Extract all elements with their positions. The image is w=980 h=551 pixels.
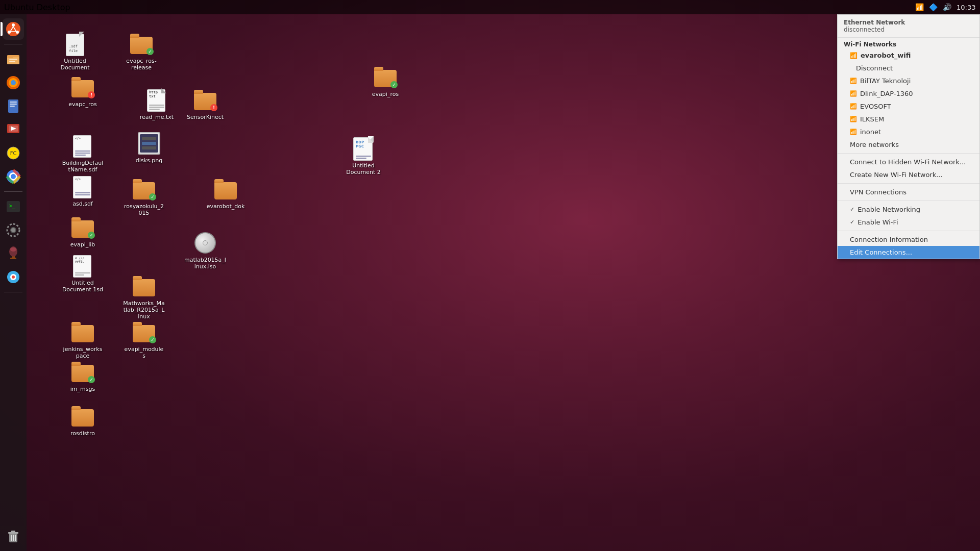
svg-point-34 [12,276,15,279]
launcher-kazam[interactable] [3,266,24,288]
svg-rect-7 [9,59,17,60]
icon-label: evapi_lib [70,241,95,248]
wifi-name-dlink: Dlink_DAP-1360 [860,90,913,97]
wifi-icon[interactable]: 📶 [915,3,924,11]
desktop-icon-untitled-doc1sd[interactable]: # ///##FIL Untitled Document 1sd [60,252,106,295]
launcher-settings[interactable] [3,219,24,241]
launcher-firefox[interactable] [3,72,24,93]
desktop-icon-sensorkinect[interactable]: ! SensorKinect [182,86,228,122]
desktop-icon-untitled-doc2[interactable]: BDPPGC Untitled Document 2 [340,134,386,178]
svg-point-23 [11,174,16,179]
topbar: Ubuntu Desktop 📶 🔷 🔊 10:33 [0,0,980,14]
icon-label: Mathworks_Matlab_R2015a_Linux [123,300,165,320]
launcher-chromium[interactable] [3,166,24,187]
wifi-icon-inonet: 📶 [850,129,857,135]
bluetooth-icon[interactable]: 🔷 [929,3,938,11]
wifi-inonet[interactable]: 📶 inonet [838,126,979,138]
check-wifi: ✓ [850,219,854,226]
icon-label: im_msgs [70,386,95,392]
volume-icon[interactable]: 🔊 [943,3,951,11]
wifi-biltay[interactable]: 📶 BilTAY Teknoloji [838,74,979,87]
vpn-connections[interactable]: VPN Connections [838,186,979,198]
svg-rect-29 [10,258,16,259]
launcher-trash[interactable] [3,525,24,547]
wifi-section-header: Wi-Fi Networks [838,38,979,49]
icon-label: SensorKinect [187,114,224,120]
launcher: FC >_ [0,14,27,551]
separator-1 [838,153,979,154]
desktop-icon-evapi-modules[interactable]: ✓ evapi_modules [121,318,167,361]
enable-wifi[interactable]: ✓ Enable Wi-Fi [838,216,979,229]
vpn-label: VPN Connections [850,188,906,196]
wifi-icon-biltay: 📶 [850,78,857,84]
desktop-icon-mathworks[interactable]: Mathworks_Matlab_R2015a_Linux [121,272,167,322]
network-dropdown: Ethernet Network disconnected Wi-Fi Netw… [837,14,980,259]
launcher-freecad[interactable]: FC [3,142,24,164]
desktop-icon-evapc-ros[interactable]: ! evapc_ros [60,73,106,110]
icon-label: Untitled Document 2 [342,162,384,176]
separator-2 [838,183,979,184]
icon-label: evapc_ros-release [120,58,162,71]
svg-point-31 [10,247,16,252]
svg-point-26 [11,228,16,233]
icon-label: disks.png [136,157,162,164]
wifi-name-biltay: BilTAY Teknoloji [860,77,911,85]
launcher-sep-3 [4,292,22,292]
enable-networking[interactable]: ✓ Enable Networking [838,203,979,216]
desktop-icon-matlab-iso[interactable]: matlab2015a_linux.iso [182,229,228,272]
desktop-icon-disks-png[interactable]: disks.png [126,129,172,166]
desktop-icon-read-me[interactable]: httptxt read_me.txt [134,86,180,122]
clock: 10:33 [957,4,976,11]
edit-connections[interactable]: Edit Connections... [838,246,979,259]
desktop-icon-rosyazokulu[interactable]: ✓ rosyazokulu_2015 [121,175,167,218]
wifi-dlink[interactable]: 📶 Dlink_DAP-1360 [838,87,979,100]
svg-rect-6 [7,55,13,58]
launcher-files[interactable] [3,48,24,70]
desktop-icon-rosdistro[interactable]: rosdistro [60,402,106,439]
separator-3 [838,201,979,201]
connect-hidden-label: Connect to Hidden Wi-Fi Network... [850,158,966,166]
launcher-writer[interactable] [3,95,24,117]
svg-rect-15 [10,106,15,107]
separator-4 [838,231,979,231]
wifi-name-inonet: inonet [860,128,881,136]
icon-label: Untitled Document 1sd [62,280,104,293]
wifi-evosoft[interactable]: 📶 EVOSOFT [838,100,979,113]
wifi-disconnect[interactable]: Disconnect [838,62,979,74]
svg-rect-13 [10,102,17,103]
desktop-icon-evapi-lib[interactable]: ✓ evapi_lib [60,213,106,250]
svg-text:>_: >_ [9,203,16,209]
desktop-icon-evarobot-dok[interactable]: evarobot_dok [203,175,249,212]
connect-hidden[interactable]: Connect to Hidden Wi-Fi Network... [838,156,979,168]
desktop-icon-building-default[interactable]: </> BuildingDefaultName.sdf [60,132,106,175]
enable-networking-label: Enable Networking [857,206,920,213]
connection-info-label: Connection Information [850,236,928,243]
svg-rect-14 [10,104,17,105]
icon-label: BuildingDefaultName.sdf [62,160,104,173]
wifi-name-evosoft: EVOSOFT [860,103,891,110]
desktop-icon-asd-sdf[interactable]: </> asd.sdf [60,172,106,209]
svg-rect-8 [9,61,15,62]
desktop-icon-im-msgs[interactable]: ✓ im_msgs [60,358,106,394]
icon-label: evapc_ros [68,101,96,108]
desktop-icon-untitled-document[interactable]: .sdffile Untitled Document [52,30,98,73]
desktop-icon-jenkins[interactable]: jenkins_workspace [60,318,106,361]
connection-information[interactable]: Connection Information [838,233,979,246]
more-networks[interactable]: More networks [838,138,979,151]
ethernet-status: disconnected [844,26,973,33]
desktop-icon-evapi-ros[interactable]: ✓ evapi_ros [362,63,408,99]
launcher-terminal[interactable]: >_ [3,196,24,217]
launcher-impress[interactable] [3,119,24,140]
create-new-wifi[interactable]: Create New Wi-Fi Network... [838,168,979,181]
wifi-signal-icon: 📶 [850,52,857,59]
launcher-wine[interactable] [3,243,24,264]
desktop-icon-evapc-ros-release[interactable]: ✓ evapc_ros-release [118,30,164,73]
wifi-ilksem[interactable]: 📶 ILKSEM [838,113,979,126]
svg-rect-37 [11,531,15,533]
svg-text:FC: FC [10,151,17,156]
launcher-ubuntu[interactable] [3,18,24,40]
ethernet-title: Ethernet Network [844,19,973,26]
wifi-connected-item[interactable]: 📶 evarobot_wifi [838,49,979,62]
icon-label: rosdistro [70,430,95,437]
icon-label: evapi_modules [123,346,165,359]
